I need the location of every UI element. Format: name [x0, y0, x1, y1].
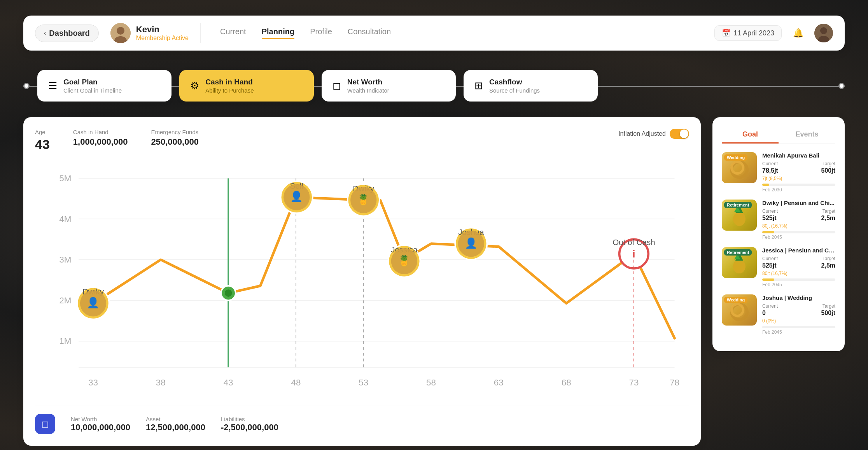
wedding-bali-labels: Current Target [762, 161, 835, 166]
svg-text:Out of Cash: Out of Cash [612, 238, 655, 247]
bottom-asset-label: Asset [146, 416, 205, 422]
progress-bar-2 [762, 231, 835, 233]
wedding-bali-badge: Wedding [724, 154, 747, 161]
tab-planning[interactable]: Planning [262, 27, 294, 39]
retirement-jessica-badge: Retirement [724, 249, 752, 256]
timeline-card-net-worth[interactable]: ◻ Net Worth Wealth Indicator [322, 70, 456, 102]
bottom-liabilities-value: -2,500,000,000 [221, 422, 278, 432]
bell-icon[interactable]: 🔔 [789, 25, 807, 42]
bottom-stats: ◻ Net Worth 10,000,000,000 Asset 12,500,… [35, 406, 689, 434]
goal-date-3: Feb 2045 [762, 282, 835, 287]
svg-text:58: 58 [426, 378, 436, 387]
svg-text:63: 63 [494, 378, 504, 387]
goal-img-wedding-joshua: Wedding [722, 294, 757, 326]
user-info: Kevin Membership Active [136, 25, 189, 42]
bottom-liabilities: Liabilities -2,500,000,000 [221, 416, 278, 432]
goal-date-1: Feb 2030 [762, 187, 835, 193]
current-label-2: Current [762, 208, 778, 214]
inflation-switch[interactable] [670, 129, 689, 139]
cash-label: Cash in Hand [73, 129, 128, 135]
target-label-2: Target [822, 208, 835, 214]
goal-date-4: Feb 2045 [762, 329, 835, 335]
timeline-card-goal-plan[interactable]: ☰ Goal Plan Client Goal in Timeline [37, 70, 172, 102]
cashflow-icon: ⊞ [474, 80, 483, 92]
net-worth-sub: Wealth Indicator [347, 87, 389, 94]
chart-line [93, 197, 675, 338]
dashboard-button[interactable]: ‹ Dashboard [35, 25, 99, 42]
retirement-jessica-content: Jessica | Pensiun and Ch... Current Targ… [762, 247, 835, 287]
tab-consultation[interactable]: Consultation [348, 27, 391, 39]
cashflow-sub: Source of Fundings [489, 87, 540, 94]
retirement-dwiky-content: Dwiky | Pensiun and Chi... Current Targe… [762, 200, 835, 240]
bottom-asset: Asset 12,500,000,000 [146, 416, 205, 432]
svg-point-31 [225, 289, 232, 297]
chart-container: 5M 4M 3M 2M 1M 33 38 43 48 53 58 63 68 7… [35, 164, 689, 398]
svg-text:1M: 1M [59, 336, 71, 346]
net-worth-text: Net Worth Wealth Indicator [347, 78, 389, 94]
timeline-spacer [606, 70, 831, 102]
svg-text:2M: 2M [59, 296, 71, 305]
nav-right: 📅 11 April 2023 🔔 [714, 24, 833, 42]
goal-date-2: Feb 2045 [762, 235, 835, 240]
svg-text:4M: 4M [59, 214, 71, 224]
current-val-1: 78,5jt [762, 167, 778, 174]
retirement-jessica-labels: Current Target [762, 256, 835, 261]
tab-current[interactable]: Current [220, 27, 246, 39]
user-name: Kevin [136, 25, 189, 35]
svg-text:3M: 3M [59, 255, 71, 264]
wedding-joshua-labels: Current Target [762, 303, 835, 309]
emergency-label: Emergency Funds [151, 129, 199, 135]
goal-card-retirement-jessica[interactable]: Retirement Jessica | Pensiun and Ch... C… [722, 247, 835, 287]
nav-date: 📅 11 April 2023 [714, 25, 782, 41]
goal-img-retirement-dwiky: Retirement [722, 200, 757, 231]
net-worth-title: Net Worth [347, 78, 389, 86]
progress-bar-4 [762, 326, 835, 328]
goal-plan-title: Goal Plan [63, 78, 122, 86]
goal-card-wedding-joshua[interactable]: Wedding Joshua | Wedding Current Target … [722, 294, 835, 335]
cash-in-hand-text: Cash in Hand Ability to Purchase [205, 78, 254, 94]
retirement-jessica-values: 525jt 2,5m [762, 262, 835, 269]
tab-events[interactable]: Events [779, 126, 835, 144]
wedding-joshua-values: 0 500jt [762, 310, 835, 317]
target-val-2: 2,5m [821, 215, 835, 222]
inflation-toggle[interactable]: Inflation Adjusted [618, 129, 689, 139]
stat-cash: Cash in Hand 1,000,000,000 [73, 129, 128, 147]
tab-profile[interactable]: Profile [310, 27, 332, 39]
stat-age: Age 43 [35, 129, 50, 152]
timeline-dot-left [23, 83, 30, 89]
progress-bar-1 [762, 184, 835, 186]
svg-text:👤: 👤 [87, 296, 100, 309]
svg-text:53: 53 [359, 378, 368, 387]
goal-card-wedding-bali[interactable]: Wedding Menikah Apurva Bali Current Targ… [722, 152, 835, 193]
retirement-dwiky-title: Dwiky | Pensiun and Chi... [762, 200, 835, 206]
goal-card-retirement-dwiky[interactable]: Retirement Dwiky | Pensiun and Chi... Cu… [722, 200, 835, 240]
svg-text:73: 73 [629, 378, 639, 387]
wedding-bali-values: 78,5jt 500jt [762, 167, 835, 174]
profile-avatar[interactable] [814, 24, 833, 42]
svg-text:68: 68 [562, 378, 571, 387]
target-val-3: 2,5m [821, 262, 835, 269]
nav-tabs: Current Planning Profile Consultation [220, 27, 714, 39]
cash-in-hand-sub: Ability to Purchase [205, 87, 254, 94]
svg-text:5M: 5M [59, 173, 71, 183]
nav-user: Kevin Membership Active [110, 23, 201, 43]
net-worth-stat-icon: ◻ [35, 414, 55, 434]
user-status: Membership Active [136, 35, 189, 42]
current-label-1: Current [762, 161, 778, 166]
target-label-4: Target [822, 303, 835, 309]
inflation-label: Inflation Adjusted [618, 130, 666, 137]
chart-header: Age 43 Cash in Hand 1,000,000,000 Emerge… [35, 129, 689, 152]
tab-goal[interactable]: Goal [722, 126, 779, 144]
right-panel-tabs: Goal Events [722, 126, 835, 144]
svg-text:👤: 👤 [465, 237, 478, 249]
svg-text:33: 33 [88, 378, 98, 387]
bottom-liabilities-label: Liabilities [221, 416, 278, 422]
timeline-card-cashflow[interactable]: ⊞ Cashflow Source of Fundings [464, 70, 598, 102]
progress-sub-4: 0 (0%) [762, 318, 835, 324]
right-panel: Goal Events Wedding [712, 117, 845, 446]
progress-sub-1: 7jt (9,5%) [762, 176, 835, 181]
dashboard-label: Dashboard [49, 29, 89, 38]
svg-text:38: 38 [156, 378, 166, 387]
timeline-card-cash-in-hand[interactable]: ⚙ Cash in Hand Ability to Purchase [179, 70, 313, 102]
progress-bar-3 [762, 278, 835, 281]
